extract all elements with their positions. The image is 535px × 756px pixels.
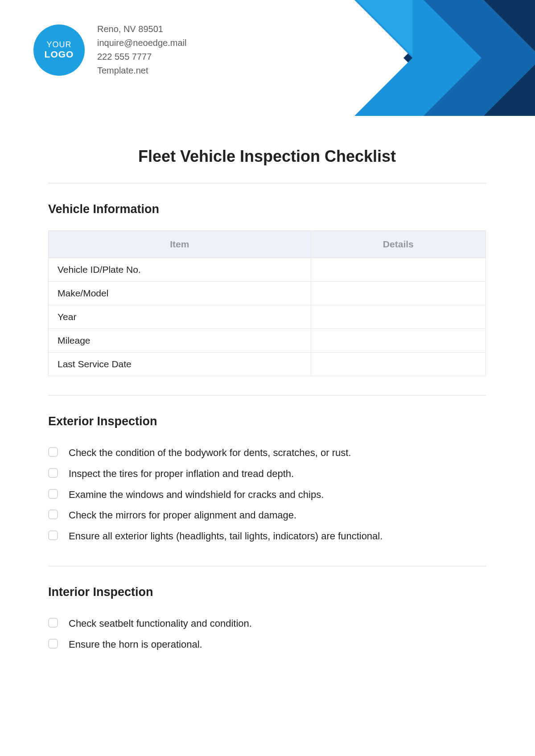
divider	[48, 395, 486, 396]
header: YOUR LOGO Reno, NV 89501 inquire@neoedge…	[33, 22, 186, 78]
check-label: Inspect the tires for proper inflation a…	[69, 467, 294, 481]
table-cell-item: Year	[49, 305, 311, 329]
table-row: Year	[49, 305, 486, 329]
interior-checklist: Check seatbelt functionality and conditi…	[48, 613, 486, 655]
table-cell-details[interactable]	[311, 305, 486, 329]
vehicle-info-table: Item Details Vehicle ID/Plate No. Make/M…	[48, 230, 486, 376]
header-chevron-graphic	[259, 0, 535, 116]
table-cell-details[interactable]	[311, 258, 486, 282]
table-cell-item: Last Service Date	[49, 353, 311, 376]
list-item: Check the condition of the bodywork for …	[48, 443, 486, 464]
table-header-item: Item	[49, 231, 311, 258]
check-label: Check seatbelt functionality and conditi…	[69, 617, 252, 631]
table-cell-item: Make/Model	[49, 282, 311, 305]
list-item: Ensure all exterior lights (headlights, …	[48, 526, 486, 547]
table-cell-details[interactable]	[311, 353, 486, 376]
page-content: Fleet Vehicle Inspection Checklist Vehic…	[48, 147, 486, 674]
checkbox-icon[interactable]	[48, 468, 58, 478]
checkbox-icon[interactable]	[48, 489, 58, 499]
divider	[48, 566, 486, 567]
table-cell-item: Vehicle ID/Plate No.	[49, 258, 311, 282]
table-header-details: Details	[311, 231, 486, 258]
section-heading-exterior: Exterior Inspection	[48, 415, 486, 428]
checkbox-icon[interactable]	[48, 639, 58, 649]
contact-site: Template.net	[97, 64, 186, 78]
contact-block: Reno, NV 89501 inquire@neoedge.mail 222 …	[97, 22, 186, 78]
list-item: Ensure the horn is operational.	[48, 634, 486, 655]
contact-address: Reno, NV 89501	[97, 22, 186, 36]
table-row: Vehicle ID/Plate No.	[49, 258, 486, 282]
exterior-checklist: Check the condition of the bodywork for …	[48, 443, 486, 547]
divider	[48, 183, 486, 184]
table-row: Last Service Date	[49, 353, 486, 376]
check-label: Check the condition of the bodywork for …	[69, 446, 351, 460]
list-item: Inspect the tires for proper inflation a…	[48, 464, 486, 485]
checkbox-icon[interactable]	[48, 509, 58, 519]
check-label: Examine the windows and windshield for c…	[69, 488, 324, 502]
page-title: Fleet Vehicle Inspection Checklist	[48, 147, 486, 166]
logo-placeholder: YOUR LOGO	[33, 25, 85, 76]
table-row: Mileage	[49, 329, 486, 353]
table-cell-details[interactable]	[311, 329, 486, 353]
contact-email: inquire@neoedge.mail	[97, 36, 186, 50]
logo-text-your: YOUR	[46, 40, 71, 49]
checkbox-icon[interactable]	[48, 618, 58, 628]
contact-phone: 222 555 7777	[97, 50, 186, 64]
table-cell-item: Mileage	[49, 329, 311, 353]
check-label: Check the mirrors for proper alignment a…	[69, 509, 296, 522]
table-row: Make/Model	[49, 282, 486, 305]
section-heading-vehicle-info: Vehicle Information	[48, 202, 486, 216]
logo-text-logo: LOGO	[45, 49, 74, 60]
list-item: Check seatbelt functionality and conditi…	[48, 613, 486, 634]
check-label: Ensure all exterior lights (headlights, …	[69, 530, 383, 543]
list-item: Check the mirrors for proper alignment a…	[48, 505, 486, 526]
table-cell-details[interactable]	[311, 282, 486, 305]
list-item: Examine the windows and windshield for c…	[48, 485, 486, 505]
check-label: Ensure the horn is operational.	[69, 638, 202, 652]
checkbox-icon[interactable]	[48, 530, 58, 540]
checkbox-icon[interactable]	[48, 447, 58, 457]
section-heading-interior: Interior Inspection	[48, 585, 486, 599]
svg-marker-3	[357, 0, 412, 56]
